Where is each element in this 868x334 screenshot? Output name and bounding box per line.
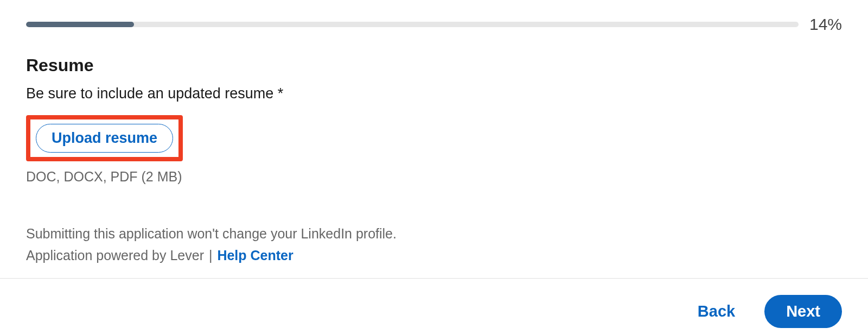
- button-row: Back Next: [0, 279, 868, 334]
- upload-highlight-box: Upload resume: [26, 115, 183, 161]
- file-type-hint: DOC, DOCX, PDF (2 MB): [26, 169, 842, 185]
- progress-bar: [26, 22, 799, 27]
- next-button[interactable]: Next: [764, 295, 842, 328]
- footer-text: Submitting this application won't change…: [26, 223, 842, 266]
- progress-container: 14%: [0, 0, 868, 34]
- help-center-link[interactable]: Help Center: [217, 248, 293, 263]
- content-area: Resume Be sure to include an updated res…: [0, 34, 868, 266]
- section-title: Resume: [26, 55, 842, 75]
- separator: |: [204, 248, 217, 263]
- progress-percent-label: 14%: [809, 15, 842, 34]
- progress-fill: [26, 22, 134, 27]
- powered-by-text: Application powered by Lever: [26, 248, 204, 263]
- back-button[interactable]: Back: [685, 296, 748, 327]
- section-subtitle: Be sure to include an updated resume *: [26, 85, 842, 102]
- footer-note: Submitting this application won't change…: [26, 223, 842, 244]
- upload-resume-button[interactable]: Upload resume: [36, 124, 173, 153]
